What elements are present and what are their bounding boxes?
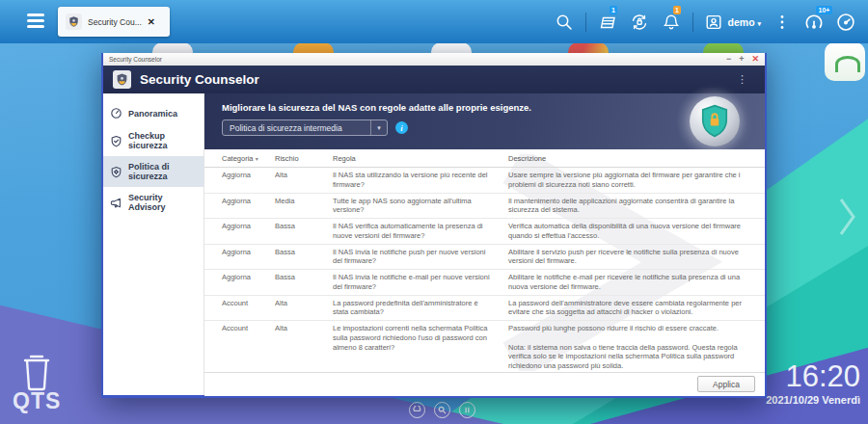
table-row[interactable]: Aggiorna Bassa Il NAS invia le notifiche… [204, 270, 765, 296]
cell-regola: Il NAS sta utilizzando la versione più r… [333, 171, 508, 190]
cell-rischio: Media [275, 197, 333, 216]
shield-check-icon [110, 135, 122, 147]
cell-rischio: Bassa [275, 248, 333, 267]
table-row[interactable]: Aggiorna Bassa Il NAS verifica automatic… [204, 219, 765, 245]
window-close-icon[interactable]: ✕ [751, 55, 759, 64]
table-row[interactable]: Account Alta Le impostazioni correnti ne… [204, 321, 765, 372]
more-options-kebab-icon[interactable] [772, 12, 793, 33]
table-header-row: Categoria ▾ Rischio Regola Descrizione [204, 149, 765, 168]
sidebar-item-checkup-sicurezza[interactable]: Checkup sicurezza [103, 125, 203, 156]
security-counselor-app-icon [113, 70, 131, 89]
sort-arrow-icon: ▾ [256, 156, 258, 162]
topbar: Security Cou... ✕ 1 1 demo ▾ [0, 0, 868, 43]
desktop-next-page-chevron-icon[interactable] [839, 198, 856, 236]
desktop-page-3-icon[interactable] [459, 402, 475, 418]
user-name: demo [728, 16, 755, 28]
cell-categoria: Aggiorna [204, 273, 275, 292]
security-counselor-window: Security Counselor − + ✕ Security Counse… [101, 53, 767, 398]
apply-button[interactable]: Applica [697, 376, 755, 392]
cell-categoria: Aggiorna [204, 222, 275, 241]
info-icon[interactable]: i [395, 121, 408, 134]
cell-regola: Il NAS invia le notifiche e-mail per nuo… [333, 273, 508, 292]
cell-rischio: Bassa [275, 273, 333, 292]
table-row[interactable]: Account Alta La password predefinita del… [204, 296, 765, 322]
cell-rischio: Alta [275, 299, 333, 318]
user-caret-icon: ▾ [757, 20, 761, 27]
cell-descrizione: Password più lunghe possono ridurre il r… [508, 324, 765, 371]
desktop-page-1-icon[interactable] [409, 402, 425, 418]
sidebar-item-label: Panoramica [128, 109, 177, 119]
policy-select-value: Politica di sicurezza intermedia [223, 123, 370, 133]
desktop-page-2-icon[interactable] [434, 402, 450, 418]
cell-regola: Il NAS invia le notifiche push per nuove… [333, 248, 508, 267]
window-maximize-icon[interactable]: + [739, 55, 744, 64]
user-avatar-icon [704, 13, 723, 32]
security-shield-badge [690, 96, 740, 146]
dashboard-speedometer-icon[interactable] [835, 12, 856, 33]
chevron-down-icon: ▾ [370, 120, 387, 135]
qts-logo: QTS [13, 388, 61, 414]
policy-table-body: Aggiorna Alta Il NAS sta utilizzando la … [204, 168, 765, 372]
user-menu[interactable]: demo ▾ [704, 13, 761, 32]
taskbar-tab-label: Security Cou... [88, 17, 142, 27]
desktop-switcher [409, 402, 475, 418]
cell-descrizione: Verifica automatica della disponibilità … [508, 222, 765, 241]
remote-sync-lock-icon[interactable] [629, 12, 650, 33]
policy-select[interactable]: Politica di sicurezza intermedia ▾ [222, 119, 388, 136]
cell-categoria: Aggiorna [204, 248, 275, 267]
cell-rischio: Alta [275, 171, 333, 190]
policy-header: Migliorare la sicurezza del NAS con rego… [204, 93, 765, 149]
cell-regola: Le impostazioni correnti nella schermata… [333, 324, 508, 371]
cell-categoria: Account [204, 299, 275, 318]
sidebar-item-label: Security Advisory [128, 193, 197, 212]
topbar-right-icons: 1 1 demo ▾ 10+ [554, 0, 868, 43]
sidebar-item-label: Checkup sicurezza [128, 131, 197, 150]
sidebar: Panoramica Checkup sicurezza Politica di… [103, 93, 204, 395]
cell-descrizione: La password dell'amministratore deve ess… [508, 299, 765, 318]
policy-subtitle: Migliorare la sicurezza del NAS con rego… [222, 102, 531, 113]
megaphone-icon [110, 197, 122, 209]
topbar-divider [692, 13, 693, 32]
table-row[interactable]: Aggiorna Alta Il NAS sta utilizzando la … [204, 168, 765, 194]
window-strip-title: Security Counselor [109, 56, 719, 63]
notifications-bell-icon[interactable]: 1 [661, 12, 682, 33]
window-footer: Applica [204, 372, 765, 396]
sidebar-item-security-advisory[interactable]: Security Advisory [103, 187, 203, 218]
window-titlebar: Security Counselor ⋮ [103, 66, 765, 93]
taskbar-tab-security-counselor[interactable]: Security Cou... ✕ [58, 7, 170, 37]
clock-date: 2021/10/29 Venerdì [766, 394, 860, 406]
table-row[interactable]: Aggiorna Bassa Il NAS invia le notifiche… [204, 245, 765, 271]
taskbar-tab-close-icon[interactable]: ✕ [148, 16, 155, 27]
cell-regola: La password predefinita dell'amministrat… [333, 299, 508, 318]
background-tasks-icon[interactable]: 1 [597, 12, 618, 33]
column-header-descrizione[interactable]: Descrizione [508, 154, 765, 163]
sidebar-item-panoramica[interactable]: Panoramica [103, 101, 203, 125]
desktop: QTS 16:20 2021/10/29 Venerdì Security Co… [0, 0, 868, 424]
topbar-divider [585, 13, 586, 32]
window-minimize-icon[interactable]: − [726, 55, 731, 64]
resource-monitor-gauge-icon[interactable]: 10+ [803, 12, 825, 33]
desktop-app-icon[interactable] [825, 42, 865, 81]
column-header-categoria[interactable]: Categoria ▾ [204, 154, 275, 163]
cell-rischio: Alta [275, 324, 333, 371]
shield-gear-icon [110, 166, 122, 178]
policy-table: Categoria ▾ Rischio Regola Descrizione A… [204, 149, 765, 372]
window-options-kebab-icon[interactable]: ⋮ [737, 73, 747, 86]
cell-categoria: Aggiorna [204, 197, 275, 216]
sidebar-item-politica-di-sicurezza[interactable]: Politica di sicurezza [103, 156, 203, 187]
column-header-rischio[interactable]: Rischio [275, 154, 333, 163]
window-title: Security Counselor [140, 72, 259, 87]
main-panel: Migliorare la sicurezza del NAS con rego… [204, 93, 765, 395]
security-counselor-app-icon [66, 13, 82, 30]
search-icon[interactable] [554, 12, 575, 33]
sidebar-item-label: Politica di sicurezza [128, 162, 197, 181]
cell-regola: Il NAS verifica automaticamente la prese… [333, 222, 508, 241]
main-menu-icon[interactable] [27, 13, 44, 31]
window-tab-strip: Security Counselor − + ✕ [103, 53, 765, 66]
cell-descrizione: Abilitare le notifiche e-mail per riceve… [508, 273, 765, 292]
table-row[interactable]: Aggiorna Media Tutte le app NAS sono agg… [204, 194, 765, 220]
clock: 16:20 2021/10/29 Venerdì [766, 361, 860, 406]
notifications-badge: 1 [673, 6, 682, 15]
cell-descrizione: Usare sempre la versione più aggiornata … [508, 171, 765, 190]
column-header-regola[interactable]: Regola [333, 154, 508, 163]
